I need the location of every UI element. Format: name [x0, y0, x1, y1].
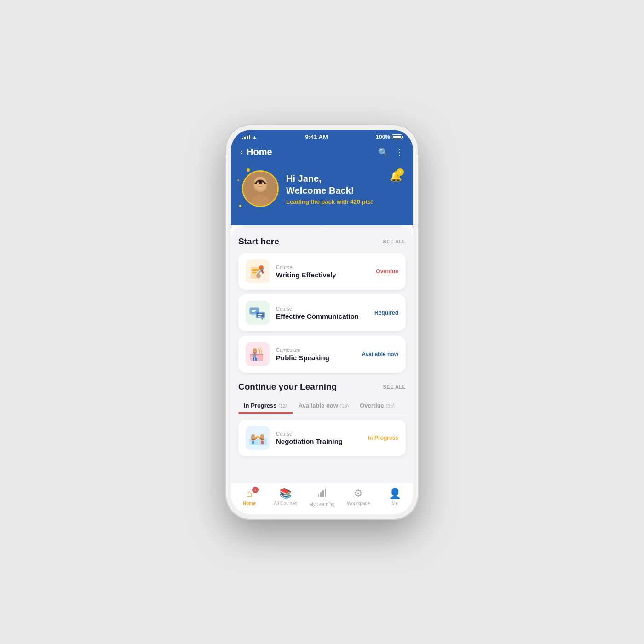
more-button[interactable]: ⋮: [396, 147, 404, 157]
course-info-negotiation: Course Negotiation Training: [276, 431, 362, 445]
course-card-negotiation[interactable]: Course Negotiation Training In Progress: [238, 420, 406, 456]
course-info-writing: Course Writing Effectively: [276, 264, 369, 279]
nav-all-courses[interactable]: 📚 All Courses: [272, 488, 299, 507]
me-icon: 👤: [389, 488, 401, 500]
course-status-negotiation: In Progress: [368, 435, 398, 441]
back-button[interactable]: ‹: [240, 147, 243, 157]
start-here-header: Start here SEE ALL: [238, 236, 406, 247]
course-info-communication: Course Effective Communication: [276, 306, 368, 320]
nav-me[interactable]: 👤 Me: [381, 488, 408, 507]
continue-learning-header: Continue your Learning SEE ALL: [238, 382, 406, 392]
svg-rect-24: [258, 316, 261, 317]
course-name-communication: Effective Communication: [276, 312, 368, 320]
avatar: [243, 172, 277, 206]
svg-point-39: [260, 434, 264, 438]
nav-home[interactable]: ⌂ 1 Home: [236, 488, 263, 507]
scroll-content: Start here SEE ALL: [231, 225, 413, 483]
course-card-writing[interactable]: Course Writing Effectively Overdue: [238, 253, 406, 290]
nav-workspace[interactable]: ⚙ Workspace: [345, 488, 372, 507]
svg-point-8: [262, 182, 264, 184]
hero-greeting: Hi Jane, Welcome Back!: [286, 172, 382, 196]
tab-available-now[interactable]: Available now (16): [293, 398, 354, 413]
course-type-communication: Course: [276, 306, 368, 311]
course-thumb-speaking: [246, 342, 270, 366]
course-name-speaking: Public Speaking: [276, 354, 355, 362]
status-time: 9:41 AM: [305, 133, 328, 140]
svg-rect-42: [320, 492, 322, 497]
course-type-writing: Course: [276, 264, 369, 270]
course-thumb-negotiation: [246, 426, 270, 450]
tab-available-now-count: (16): [340, 403, 349, 408]
battery-percent: 100%: [376, 134, 390, 140]
home-badge: 1: [252, 487, 259, 493]
svg-rect-10: [252, 269, 259, 270]
nav-my-learning-label: My Learning: [309, 502, 334, 507]
svg-point-32: [253, 348, 257, 352]
signal-area: ▲: [242, 134, 257, 140]
continue-learning-see-all[interactable]: SEE ALL: [383, 384, 406, 390]
start-here-title: Start here: [238, 236, 279, 247]
tab-overdue-label: Overdue: [360, 402, 385, 409]
notification-bell[interactable]: 🔔 1: [390, 170, 402, 182]
svg-rect-23: [258, 314, 262, 315]
my-learning-icon: [317, 488, 327, 500]
nav-all-courses-label: All Courses: [274, 501, 297, 506]
all-courses-icon: 📚: [279, 488, 292, 500]
svg-rect-30: [253, 358, 254, 361]
start-here-section: Start here SEE ALL: [238, 236, 406, 373]
status-bar: ▲ 9:41 AM 100%: [231, 130, 413, 142]
course-thumb-communication: [246, 301, 270, 325]
course-type-negotiation: Course: [276, 431, 362, 437]
svg-point-7: [257, 182, 259, 184]
course-card-speaking[interactable]: Curriculum Public Speaking Available now: [238, 336, 406, 373]
tab-in-progress[interactable]: In Progress (12): [238, 398, 293, 413]
speaking-illustration: [248, 345, 267, 363]
tab-in-progress-count: (12): [278, 403, 288, 408]
svg-rect-43: [322, 490, 324, 497]
svg-point-36: [251, 434, 255, 438]
decoration-dot: [239, 205, 242, 207]
nav-workspace-label: Workspace: [347, 501, 370, 506]
nav-bar: ‹ Home 🔍 ⋮: [231, 142, 413, 163]
signal-bars-icon: [242, 135, 250, 139]
nav-my-learning[interactable]: My Learning: [308, 488, 336, 507]
search-button[interactable]: 🔍: [378, 147, 388, 157]
svg-marker-25: [261, 318, 263, 320]
svg-point-15: [256, 274, 261, 278]
course-status-writing: Overdue: [376, 268, 398, 275]
bottom-nav: ⌂ 1 Home 📚 All Courses My Learning: [231, 483, 413, 514]
hero-section: Hi Jane, Welcome Back! Leading the pack …: [231, 163, 413, 225]
home-icon: ⌂: [246, 488, 252, 500]
wifi-icon: ▲: [252, 134, 257, 140]
svg-point-40: [256, 436, 259, 438]
tab-in-progress-label: In Progress: [244, 402, 278, 409]
negotiation-illustration: [248, 429, 267, 447]
course-status-speaking: Available now: [362, 351, 398, 357]
my-learning-svg: [317, 488, 327, 498]
course-name-negotiation: Negotiation Training: [276, 437, 362, 445]
avatar-illustration: [243, 172, 277, 206]
tab-overdue-count: (35): [385, 403, 395, 408]
course-card-communication[interactable]: Course Effective Communication Required: [238, 294, 406, 331]
svg-rect-11: [252, 270, 259, 271]
nav-me-label: Me: [391, 501, 398, 506]
svg-rect-31: [255, 358, 257, 361]
tab-available-now-label: Available now: [299, 402, 340, 409]
course-type-speaking: Curriculum: [276, 347, 355, 353]
chevron-connector: [313, 218, 331, 226]
nav-home-label: Home: [243, 501, 256, 506]
svg-rect-29: [253, 354, 256, 358]
course-info-speaking: Curriculum Public Speaking: [276, 347, 355, 362]
comm-illustration: [248, 304, 267, 322]
svg-rect-44: [325, 489, 326, 497]
avatar-ring: [242, 170, 279, 207]
svg-rect-12: [252, 272, 257, 273]
start-here-see-all[interactable]: SEE ALL: [383, 239, 406, 244]
svg-rect-35: [252, 441, 254, 444]
battery-icon: [392, 134, 402, 139]
tab-overdue[interactable]: Overdue (35): [354, 398, 400, 413]
nav-actions: 🔍 ⋮: [378, 147, 404, 157]
notification-badge: 1: [397, 168, 404, 176]
hero-text: Hi Jane, Welcome Back! Leading the pack …: [286, 172, 382, 205]
svg-marker-20: [252, 315, 254, 316]
